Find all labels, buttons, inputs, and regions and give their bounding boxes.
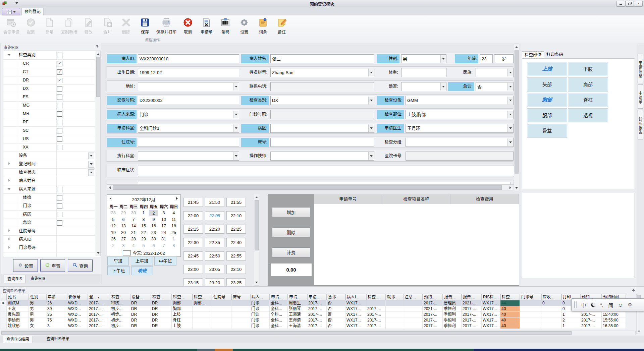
results-cell[interactable]: 40 [500, 312, 520, 317]
results-cell[interactable] [403, 300, 423, 306]
body-part-button-腹部[interactable]: 腹部 [527, 109, 567, 122]
results-cell[interactable]: 2017-... [307, 312, 327, 317]
tree-item-门诊[interactable]: 门诊 [3, 202, 95, 211]
calendar-day-28[interactable]: 28 [109, 210, 118, 216]
operator-tech-combo[interactable] [270, 152, 374, 161]
results-cell[interactable]: WX17... [482, 300, 500, 306]
results-column-床号[interactable]: 床号 [231, 294, 250, 300]
combo-arrow-icon[interactable] [233, 111, 238, 118]
results-cell[interactable]: 袁先国 [7, 312, 29, 317]
body-part-button-骨盆[interactable]: 骨盆 [527, 124, 567, 137]
results-cell[interactable]: WX17... [345, 317, 366, 323]
tree-item-MR[interactable]: MR [3, 110, 95, 118]
results-cell[interactable] [403, 312, 423, 317]
shift-button-上午班[interactable]: 上午班 [131, 256, 153, 266]
age-input[interactable]: 23 [480, 54, 493, 63]
time-slot-22:05[interactable]: 22:05 [205, 211, 224, 220]
shift-button-晚班[interactable]: 晚班 [131, 266, 153, 275]
calendar-day-15[interactable]: 15 [139, 223, 148, 229]
results-cell[interactable]: 2017-... [366, 323, 386, 329]
results-cell[interactable] [386, 306, 403, 312]
address-combo[interactable] [138, 82, 239, 91]
expander-expand-icon[interactable] [8, 179, 10, 182]
results-cell[interactable]: 16:35:00 [602, 323, 626, 329]
results-cell[interactable]: DR [151, 300, 172, 306]
patient-name-input[interactable]: 张三 [270, 54, 374, 63]
results-cell[interactable]: WXD... [67, 323, 88, 329]
results-cell[interactable] [520, 306, 541, 312]
results-cell[interactable]: DR [151, 306, 172, 312]
results-cell[interactable]: 门诊 [250, 317, 270, 323]
results-cell[interactable]: 2017-... [580, 317, 602, 323]
tab-打印条码[interactable]: 打印条码 [544, 51, 566, 58]
results-cell[interactable]: DR [130, 312, 151, 317]
results-cell[interactable]: WXD... [67, 312, 88, 317]
results-cell[interactable]: 周惠生 [288, 300, 307, 306]
calendar-day-7[interactable]: 7 [159, 243, 168, 249]
results-cell[interactable]: 否 [327, 306, 345, 312]
combo-arrow-icon[interactable] [507, 111, 513, 118]
checkbox[interactable] [57, 120, 62, 125]
exam-class-combo[interactable]: DX [270, 96, 374, 105]
results-cell[interactable]: 男 [29, 312, 46, 317]
results-cell[interactable]: 上肢 [172, 323, 193, 329]
calendar-day-1[interactable]: 1 [169, 236, 178, 242]
tree-item-SC[interactable]: SC [3, 126, 95, 135]
expander-expand-icon[interactable] [8, 162, 10, 165]
tree-item-病人姓名[interactable]: 病人姓名 [3, 177, 95, 185]
time-slot-21:55[interactable]: 21:55 [226, 198, 246, 207]
results-cell[interactable]: 全科... [270, 317, 288, 323]
body-part-button-透视[interactable]: 透视 [568, 109, 608, 122]
results-cell[interactable]: WX17... [482, 323, 500, 329]
calendar-day-11[interactable]: 11 [169, 217, 178, 223]
checkbox[interactable] [57, 212, 62, 217]
combo-arrow-icon[interactable] [507, 97, 513, 104]
results-cell[interactable]: WX17... [345, 323, 366, 329]
exam-group-combo[interactable] [406, 138, 514, 147]
image-number-input[interactable]: DX2200002 [138, 96, 239, 105]
time-slot-21:50[interactable]: 21:50 [205, 198, 224, 207]
results-cell[interactable]: 姚欣彤 [7, 323, 29, 329]
combo-arrow-icon[interactable] [88, 153, 94, 159]
checkbox[interactable] [57, 203, 62, 209]
results-cell[interactable]: DR [151, 317, 172, 323]
results-cell[interactable]: 2017-... [88, 323, 110, 329]
results-cell[interactable] [520, 323, 541, 329]
calendar-day-22[interactable]: 22 [139, 230, 148, 236]
tab-查询RIS[interactable]: 查询RIS [4, 275, 26, 283]
tree-item-检查状态[interactable]: 检查状态 [3, 168, 95, 177]
tree-item-急诊[interactable]: 急诊 [3, 219, 95, 227]
results-column-病人...[interactable]: 病人... [250, 294, 270, 300]
side-tab-诊断报告[interactable]: 诊断报告 [638, 110, 643, 139]
results-cell[interactable]: 王海清 [288, 323, 307, 329]
combo-arrow-icon[interactable] [233, 152, 238, 160]
results-cell[interactable]: DR [130, 323, 151, 329]
body-part-button-肩部[interactable]: 肩部 [568, 78, 608, 91]
calendar-day-5[interactable]: 5 [109, 217, 118, 223]
results-cell[interactable] [212, 317, 231, 323]
results-column-影像号[interactable]: 影像号 [67, 294, 88, 300]
calendar-day-16[interactable]: 16 [149, 223, 158, 229]
results-column-性别[interactable]: 性别 [29, 294, 46, 300]
calendar-day-4[interactable]: 4 [169, 210, 178, 216]
results-cell[interactable]: 75 [46, 317, 67, 323]
combo-arrow-icon[interactable] [440, 83, 446, 91]
side-tab-申请信息[interactable]: 申请信息 [638, 54, 643, 83]
results-cell[interactable] [212, 312, 231, 317]
ime-grip-handle[interactable] [574, 301, 577, 308]
results-cell[interactable]: 王友 [7, 306, 29, 312]
results-column-就诊...[interactable]: 就诊... [386, 294, 403, 300]
tab-查询HIS结果[interactable]: 查询HIS结果 [43, 336, 73, 343]
results-column-年龄[interactable]: 年龄 [46, 294, 67, 300]
results-cell[interactable]: 胸部... [193, 300, 212, 306]
calendar-day-8[interactable]: 8 [169, 243, 178, 249]
combo-arrow-icon[interactable] [88, 169, 94, 176]
calendar-day-25[interactable]: 25 [169, 230, 178, 236]
order-button-删除[interactable]: 删除 [272, 227, 310, 237]
combo-arrow-icon[interactable] [507, 83, 513, 91]
results-column-姓名[interactable]: 姓名 [7, 294, 29, 300]
results-cell[interactable]: 40 [500, 317, 520, 323]
exam-device-combo[interactable]: GMM [406, 96, 514, 105]
results-cell[interactable]: 审核... [110, 300, 130, 306]
results-cell[interactable] [541, 317, 561, 323]
